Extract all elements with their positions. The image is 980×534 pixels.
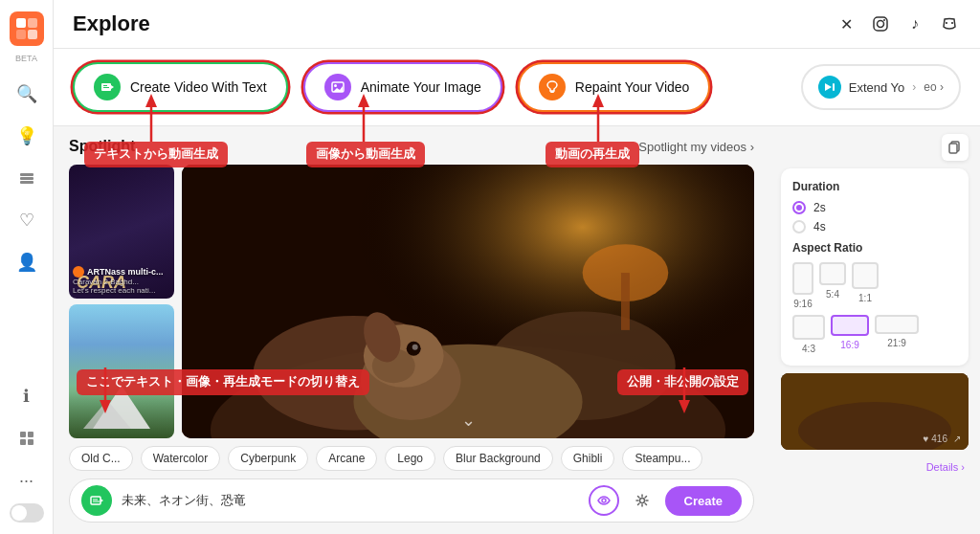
- svg-rect-7: [874, 17, 887, 31]
- right-panel: Duration 2s 4s Aspect Ratio: [769, 126, 980, 534]
- style-tag-cyberpunk[interactable]: Cyberpunk: [228, 446, 308, 471]
- tiktok-icon[interactable]: ♪: [903, 12, 926, 35]
- repaint-video-icon: [539, 74, 566, 100]
- spotlight-link[interactable]: Spotlight my videos ›: [638, 140, 754, 154]
- svg-rect-39: [93, 501, 100, 502]
- copy-button[interactable]: [942, 134, 969, 161]
- style-tags: Old C... Watercolor Cyberpunk Arcane Leg…: [69, 438, 754, 475]
- style-tag-ghibli[interactable]: Ghibli: [561, 446, 615, 471]
- svg-rect-3: [20, 432, 26, 437]
- sidebar-icon-search[interactable]: 🔍: [8, 75, 46, 113]
- style-tag-old[interactable]: Old C...: [69, 446, 133, 471]
- aspect-9-16[interactable]: 9:16: [792, 262, 813, 309]
- page-wrapper: BETA 🔍 💡 ♡ 👤 ℹ: [0, 0, 980, 534]
- right-thumb-1[interactable]: ♥ 416 ↗: [781, 373, 969, 450]
- repaint-video-button[interactable]: Repaint Your Video: [518, 62, 711, 112]
- input-mode-button[interactable]: [81, 485, 112, 516]
- svg-point-34: [412, 345, 418, 350]
- svg-rect-19: [833, 83, 835, 91]
- svg-marker-18: [825, 83, 832, 91]
- thumbnail-mountain[interactable]: [69, 304, 174, 438]
- extend-button[interactable]: Extend Yo › eo ›: [801, 64, 961, 110]
- svg-rect-17: [550, 91, 554, 93]
- page-title: Explore: [73, 11, 150, 36]
- svg-rect-38: [93, 500, 98, 501]
- header: Explore ✕ ♪: [54, 0, 980, 49]
- duration-card: Duration 2s 4s Aspect Ratio: [781, 168, 969, 366]
- spotlight-header: Spotlight Spotlight my videos ›: [69, 138, 754, 155]
- left-thumbnails: CARA ARTNass multi-c... Caravan 2 Baghd.…: [69, 165, 174, 438]
- duration-4s-label: 4s: [813, 220, 826, 234]
- aspect-21-9[interactable]: 21:9: [875, 315, 919, 354]
- twitter-icon[interactable]: ✕: [835, 12, 858, 35]
- svg-rect-5: [20, 439, 26, 445]
- video-chevron-down[interactable]: ⌄: [461, 410, 476, 431]
- animate-image-button[interactable]: Animate Your Image: [303, 62, 502, 112]
- aspect-ratio-label: Aspect Ratio: [792, 241, 957, 255]
- aspect-5-4[interactable]: 5:4: [819, 262, 846, 309]
- input-bar: Create: [69, 478, 754, 523]
- sidebar-icon-layers[interactable]: [8, 159, 46, 197]
- sidebar-icon-info[interactable]: ℹ: [8, 377, 46, 415]
- svg-point-40: [602, 499, 606, 502]
- thumbnail-poster[interactable]: CARA ARTNass multi-c... Caravan 2 Baghd.…: [69, 165, 174, 299]
- left-panel: Spotlight Spotlight my videos › CARA: [54, 126, 769, 534]
- details-link[interactable]: Details ›: [926, 461, 965, 473]
- sidebar-icon-bulb[interactable]: 💡: [8, 117, 46, 155]
- main-video[interactable]: ⌄: [182, 165, 754, 438]
- svg-rect-6: [28, 439, 33, 445]
- svg-rect-13: [103, 87, 109, 88]
- extend-icon: [818, 76, 841, 99]
- style-tag-blur-background[interactable]: Blur Background: [443, 446, 553, 471]
- svg-rect-2: [20, 181, 33, 184]
- settings-button[interactable]: [627, 485, 657, 516]
- duration-2s-label: 2s: [813, 201, 826, 214]
- instagram-icon[interactable]: [869, 12, 892, 35]
- style-tag-arcane[interactable]: Arcane: [316, 446, 377, 471]
- svg-marker-16: [333, 86, 343, 92]
- thumbnail-poster-info: ARTNass multi-c... Caravan 2 Baghd... Le…: [73, 266, 170, 295]
- sidebar-icon-grid[interactable]: [8, 419, 46, 457]
- svg-marker-11: [111, 85, 114, 89]
- spotlight-area: CARA ARTNass multi-c... Caravan 2 Baghd.…: [69, 165, 754, 438]
- sidebar: BETA 🔍 💡 ♡ 👤 ℹ: [0, 0, 54, 534]
- duration-2s-radio[interactable]: [792, 201, 806, 214]
- animate-image-icon: [324, 74, 351, 100]
- duration-4s-radio[interactable]: [792, 220, 806, 234]
- duration-label: Duration: [792, 180, 957, 193]
- svg-point-9: [883, 19, 885, 21]
- svg-point-41: [639, 499, 644, 503]
- style-tag-watercolor[interactable]: Watercolor: [141, 446, 221, 471]
- svg-rect-1: [20, 177, 33, 180]
- feature-buttons-row: Create Video With Text Animate Your Imag…: [54, 49, 980, 126]
- main-area: Explore ✕ ♪: [54, 0, 980, 534]
- aspect-1-1[interactable]: 1:1: [852, 262, 879, 309]
- duration-2s-option[interactable]: 2s: [792, 201, 957, 214]
- svg-point-8: [878, 21, 884, 28]
- create-video-button[interactable]: Create Video With Text: [73, 62, 288, 112]
- create-video-icon: [94, 74, 121, 100]
- svg-rect-12: [103, 85, 107, 86]
- svg-rect-4: [28, 432, 33, 437]
- prompt-input[interactable]: [122, 494, 579, 508]
- sidebar-icon-user[interactable]: 👤: [8, 243, 46, 281]
- style-tag-steampunk[interactable]: Steampu...: [622, 446, 702, 471]
- visibility-button[interactable]: [589, 485, 619, 516]
- aspect-4-3[interactable]: 4:3: [792, 315, 825, 354]
- create-button[interactable]: Create: [665, 486, 742, 516]
- sidebar-icon-dots[interactable]: ···: [8, 461, 46, 500]
- svg-rect-0: [20, 173, 33, 176]
- dark-mode-toggle[interactable]: [10, 503, 44, 523]
- sidebar-icon-heart[interactable]: ♡: [8, 201, 46, 239]
- content-area: Spotlight Spotlight my videos › CARA: [54, 126, 980, 534]
- svg-marker-37: [100, 499, 103, 502]
- social-icons: ✕ ♪: [835, 12, 961, 35]
- discord-icon[interactable]: [938, 12, 961, 35]
- beta-label: BETA: [15, 54, 37, 63]
- aspect-16-9[interactable]: 16:9: [831, 315, 869, 354]
- svg-rect-28: [621, 273, 630, 330]
- duration-4s-option[interactable]: 4s: [792, 220, 957, 234]
- style-tag-lego[interactable]: Lego: [385, 446, 435, 471]
- svg-point-15: [334, 84, 337, 87]
- app-logo[interactable]: [10, 11, 44, 46]
